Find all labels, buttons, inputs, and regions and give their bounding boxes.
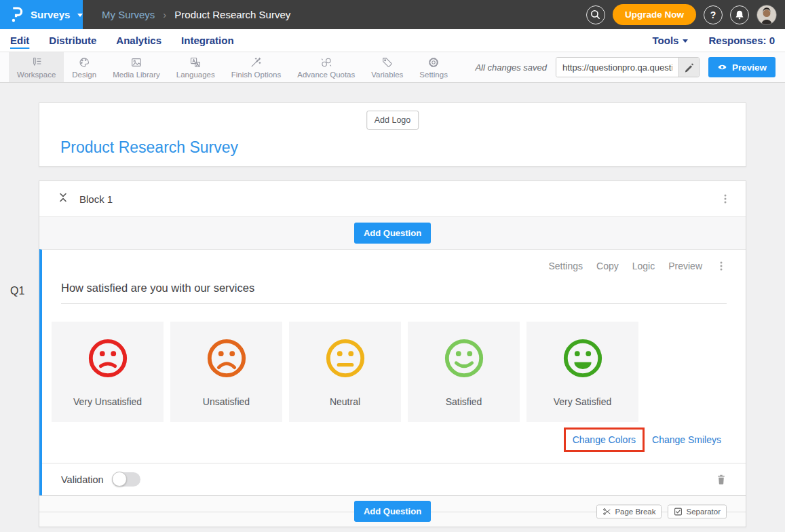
toggle-knob <box>112 472 127 487</box>
change-colors-annotation-highlight: Change Colors <box>564 428 645 452</box>
satisfied-smiley-icon <box>443 337 485 379</box>
option-very-unsatisfied[interactable]: Very Unsatisfied <box>52 322 164 422</box>
section-tabs: Edit Distribute Analytics Integration To… <box>0 29 785 52</box>
question-inner: Settings Copy Logic Preview How satisfie… <box>42 250 746 463</box>
add-logo-button[interactable]: Add Logo <box>366 111 419 130</box>
palette-icon <box>78 56 90 69</box>
upgrade-now-button[interactable]: Upgrade Now <box>613 4 696 25</box>
toolbar-item-languages[interactable]: Languages <box>168 52 223 82</box>
preview-label: Preview <box>732 62 767 73</box>
top-bar: Surveys My Surveys › Product Research Su… <box>0 0 785 29</box>
block-title: Block 1 <box>79 193 113 205</box>
tabrow-right: Tools Responses: 0 <box>653 35 775 46</box>
toolbar-item-label: Variables <box>371 71 403 79</box>
toolbar-item-label: Settings <box>419 71 448 79</box>
tab-distribute[interactable]: Distribute <box>49 35 96 46</box>
pencil-icon <box>684 62 694 73</box>
topbar-actions: Upgrade Now ? <box>586 0 785 29</box>
user-avatar[interactable] <box>757 5 777 25</box>
very-satisfied-smiley-icon <box>562 337 604 379</box>
question-preview-link[interactable]: Preview <box>668 261 702 271</box>
separator-button[interactable]: Separator <box>668 504 727 518</box>
smiley-scale: Very Unsatisfied Unsatisfied Neutral Sat… <box>52 322 736 422</box>
validation-toggle[interactable] <box>112 472 140 487</box>
question-text[interactable]: How satisfied are you with our services <box>61 282 727 304</box>
collapse-icon <box>58 192 69 203</box>
toolbar-item-media-library[interactable]: Media Library <box>104 52 168 82</box>
toolbar-item-settings[interactable]: Settings <box>411 52 456 82</box>
add-question-button-bottom[interactable]: Add Question <box>354 501 431 522</box>
question-copy-link[interactable]: Copy <box>596 261 619 271</box>
block-card: Block 1 Add Question Q1 Settings Copy Lo… <box>39 180 746 527</box>
page-break-button[interactable]: Page Break <box>596 504 662 518</box>
notifications-button[interactable] <box>730 5 749 24</box>
block-footer-row: Add Question Page Break Separator <box>39 495 746 527</box>
collapse-block-button[interactable] <box>58 192 69 206</box>
separator-label: Separator <box>686 508 721 516</box>
breadcrumb: My Surveys › Product Research Survey <box>102 0 290 29</box>
avatar-photo <box>757 5 776 24</box>
neutral-smiley-icon <box>324 337 366 379</box>
tools-label: Tools <box>653 35 679 46</box>
gear-icon <box>427 56 440 69</box>
edit-url-button[interactable] <box>678 58 699 77</box>
option-very-satisfied[interactable]: Very Satisfied <box>526 322 638 422</box>
responses-count: Responses: 0 <box>708 35 775 46</box>
toolbar-item-label: Languages <box>176 71 215 79</box>
breadcrumb-my-surveys[interactable]: My Surveys <box>102 9 155 20</box>
tab-edit[interactable]: Edit <box>10 35 29 46</box>
delete-question-button[interactable] <box>716 474 727 485</box>
toolbar-item-label: Design <box>72 71 96 79</box>
save-status: All changes saved <box>475 62 547 73</box>
checkbox-icon <box>674 507 683 516</box>
question-logic-link[interactable]: Logic <box>632 261 655 271</box>
question-actions: Settings Copy Logic Preview <box>52 261 736 271</box>
preview-button[interactable]: Preview <box>708 57 776 77</box>
tools-dropdown[interactable]: Tools <box>653 35 689 46</box>
survey-url-input[interactable] <box>556 58 678 77</box>
eye-icon <box>717 63 727 71</box>
question-menu-button[interactable] <box>716 261 727 271</box>
product-switcher[interactable]: Surveys <box>0 0 83 29</box>
toolbar-item-variables[interactable]: Variables <box>363 52 411 82</box>
option-label: Very Satisfied <box>554 396 612 407</box>
tab-integration[interactable]: Integration <box>181 35 234 46</box>
search-button[interactable] <box>586 5 605 24</box>
smiley-links-row: Change Colors Change Smileys <box>52 428 736 463</box>
block-menu-button[interactable] <box>720 193 731 204</box>
toolbar-item-workspace[interactable]: Workspace <box>9 52 64 82</box>
toolbar-item-design[interactable]: Design <box>64 52 104 82</box>
toolbar-item-label: Finish Options <box>231 71 282 79</box>
survey-header-card: Add Logo Product Research Survey <box>39 102 746 167</box>
validation-row: Validation <box>42 463 746 495</box>
question-settings-link[interactable]: Settings <box>548 261 583 271</box>
product-menu-label: Surveys <box>31 9 70 20</box>
toolbar-item-advance-quotas[interactable]: Advance Quotas <box>289 52 363 82</box>
option-neutral[interactable]: Neutral <box>289 322 401 422</box>
add-question-row-top: Add Question <box>39 216 746 249</box>
change-smileys-link[interactable]: Change Smileys <box>652 434 721 445</box>
option-unsatisfied[interactable]: Unsatisfied <box>170 322 282 422</box>
page-break-label: Page Break <box>615 508 655 516</box>
kebab-menu-icon <box>716 261 727 271</box>
option-satisfied[interactable]: Satisfied <box>408 322 520 422</box>
change-colors-link[interactable]: Change Colors <box>573 434 636 445</box>
kebab-menu-icon <box>720 193 731 204</box>
option-label: Neutral <box>330 396 360 407</box>
workspace-icon <box>31 56 43 69</box>
scissors-icon <box>602 507 611 516</box>
translate-icon <box>189 56 202 69</box>
questionpro-logo-icon <box>10 6 23 23</box>
magic-wand-icon <box>250 56 262 69</box>
trash-icon <box>716 474 727 485</box>
add-question-button-top[interactable]: Add Question <box>354 223 431 244</box>
question-number: Q1 <box>10 285 24 297</box>
survey-title[interactable]: Product Research Survey <box>60 138 238 157</box>
help-button[interactable]: ? <box>704 5 723 24</box>
option-label: Very Unsatisfied <box>73 396 142 407</box>
question-card: Q1 Settings Copy Logic Preview How satis… <box>39 249 746 495</box>
search-icon <box>590 9 601 20</box>
chevron-down-icon <box>683 39 688 43</box>
toolbar-item-finish-options[interactable]: Finish Options <box>223 52 290 82</box>
tab-analytics[interactable]: Analytics <box>116 35 161 46</box>
